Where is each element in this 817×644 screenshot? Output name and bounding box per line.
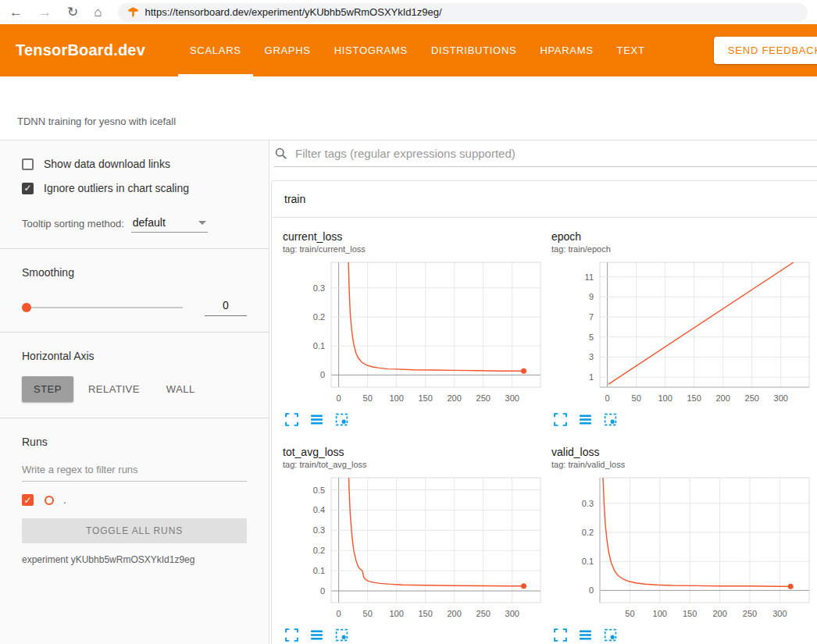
svg-text:200: 200 bbox=[716, 393, 730, 403]
tooltip-sorting-value: default bbox=[133, 216, 166, 229]
svg-text:250: 250 bbox=[745, 393, 759, 403]
chart-toolbar bbox=[283, 628, 545, 642]
svg-text:0.3: 0.3 bbox=[313, 525, 325, 535]
expand-chart-icon[interactable] bbox=[553, 628, 568, 642]
svg-text:0.1: 0.1 bbox=[582, 557, 594, 566]
address-bar[interactable]: https://tensorboard.dev/experiment/yKUbh… bbox=[118, 3, 808, 22]
chart-toolbar bbox=[551, 628, 814, 642]
svg-text:300: 300 bbox=[772, 609, 787, 618]
line-chart[interactable]: 0501001502002503001357911 bbox=[551, 259, 814, 407]
smoothing-slider[interactable] bbox=[22, 307, 183, 308]
expand-chart-icon[interactable] bbox=[284, 412, 299, 427]
charts-grid: current_loss tag: train/current_loss 050… bbox=[272, 218, 817, 642]
fit-domain-icon[interactable] bbox=[603, 412, 618, 427]
run-checkbox-checked-icon[interactable] bbox=[22, 494, 34, 506]
svg-text:150: 150 bbox=[418, 609, 432, 618]
toggle-all-runs-button[interactable]: TOGGLE ALL RUNS bbox=[22, 518, 247, 543]
run-row: . bbox=[22, 494, 247, 506]
fit-domain-icon[interactable] bbox=[334, 628, 349, 642]
svg-text:250: 250 bbox=[476, 609, 491, 618]
checkbox-unchecked-icon[interactable] bbox=[22, 158, 34, 170]
experiment-header: TDNN training for yesno with icefall bbox=[0, 76, 817, 141]
tab-text[interactable]: TEXT bbox=[605, 24, 657, 76]
svg-text:0.1: 0.1 bbox=[313, 341, 325, 350]
main-nav: SCALARS GRAPHS HISTOGRAMS DISTRIBUTIONS … bbox=[178, 24, 657, 76]
page: ← → ↻ ⌂ https://tensorboard.dev/experime… bbox=[0, 0, 817, 644]
browser-chrome: ← → ↻ ⌂ https://tensorboard.dev/experime… bbox=[0, 0, 817, 24]
run-color-circle-icon[interactable] bbox=[45, 496, 54, 505]
checkbox-checked-icon[interactable] bbox=[22, 183, 34, 194]
chart-tag: tag: train/epoch bbox=[551, 244, 814, 254]
chart-tag: tag: train/tot_avg_loss bbox=[283, 460, 545, 469]
train-section-header[interactable]: train bbox=[272, 181, 817, 218]
smoothing-value[interactable]: 0 bbox=[205, 299, 247, 316]
tab-distributions[interactable]: DISTRIBUTIONS bbox=[419, 24, 529, 76]
svg-text:1: 1 bbox=[589, 372, 594, 382]
tooltip-sorting-select[interactable]: default bbox=[131, 215, 208, 233]
fit-domain-icon[interactable] bbox=[603, 628, 618, 642]
ignore-outliers-label: Ignore outliers in chart scaling bbox=[44, 182, 189, 194]
svg-text:200: 200 bbox=[448, 393, 462, 403]
settings-sidebar: Show data download links Ignore outliers… bbox=[0, 141, 269, 644]
line-chart[interactable]: 5010015020025030000.10.20.3 bbox=[551, 475, 814, 623]
svg-text:250: 250 bbox=[743, 609, 757, 618]
chart-title: epoch bbox=[551, 230, 814, 243]
svg-text:200: 200 bbox=[712, 609, 726, 618]
chart-card-current-loss: current_loss tag: train/current_loss 050… bbox=[283, 230, 545, 427]
svg-text:50: 50 bbox=[363, 609, 373, 618]
back-icon[interactable]: ← bbox=[9, 5, 23, 19]
svg-text:150: 150 bbox=[418, 393, 432, 403]
chart-toolbar bbox=[283, 412, 545, 427]
line-chart[interactable]: 05010015020025030000.10.20.3 bbox=[283, 259, 545, 407]
runs-filter-input[interactable] bbox=[22, 464, 247, 479]
smoothing-label: Smoothing bbox=[22, 266, 247, 279]
runs-section: Runs . TOGGLE ALL RUNS experiment yKUbhb… bbox=[0, 418, 269, 581]
refresh-icon[interactable]: ↻ bbox=[67, 5, 78, 19]
run-name: . bbox=[63, 494, 66, 506]
expand-chart-icon[interactable] bbox=[284, 628, 299, 642]
content: Show data download links Ignore outliers… bbox=[0, 141, 817, 644]
svg-text:50: 50 bbox=[632, 393, 641, 403]
forward-icon[interactable]: → bbox=[38, 5, 52, 19]
runs-label: Runs bbox=[22, 436, 247, 448]
chart-toolbar bbox=[551, 412, 814, 427]
fit-domain-icon[interactable] bbox=[334, 412, 349, 427]
svg-text:100: 100 bbox=[389, 393, 403, 403]
svg-text:300: 300 bbox=[505, 609, 519, 618]
axis-relative-button[interactable]: RELATIVE bbox=[77, 376, 152, 402]
show-download-links-label: Show data download links bbox=[44, 158, 170, 170]
tab-histograms[interactable]: HISTOGRAMS bbox=[323, 24, 419, 76]
tab-hparams[interactable]: HPARAMS bbox=[528, 24, 605, 76]
axis-wall-button[interactable]: WALL bbox=[155, 376, 207, 402]
svg-text:0: 0 bbox=[337, 393, 341, 403]
data-table-icon[interactable] bbox=[578, 412, 593, 427]
ignore-outliers-row[interactable]: Ignore outliers in chart scaling bbox=[22, 182, 247, 194]
home-icon[interactable]: ⌂ bbox=[94, 5, 102, 19]
send-feedback-button[interactable]: SEND FEEDBACK bbox=[714, 37, 817, 64]
svg-text:300: 300 bbox=[774, 393, 788, 403]
chart-title: valid_loss bbox=[551, 446, 814, 458]
data-table-icon[interactable] bbox=[309, 412, 324, 427]
svg-text:0.3: 0.3 bbox=[313, 283, 325, 293]
line-chart[interactable]: 05010015020025030000.10.20.30.40.5 bbox=[283, 475, 545, 623]
tab-scalars[interactable]: SCALARS bbox=[178, 24, 253, 76]
svg-text:7: 7 bbox=[589, 312, 594, 322]
svg-text:100: 100 bbox=[658, 393, 672, 403]
show-download-links-row[interactable]: Show data download links bbox=[22, 158, 247, 170]
data-table-icon[interactable] bbox=[309, 628, 324, 642]
chevron-down-icon bbox=[198, 221, 206, 225]
smoothing-section: Smoothing 0 bbox=[0, 249, 269, 332]
data-table-icon[interactable] bbox=[578, 628, 593, 642]
svg-text:0: 0 bbox=[589, 585, 594, 595]
svg-text:0.1: 0.1 bbox=[313, 566, 325, 575]
svg-text:0.4: 0.4 bbox=[313, 505, 325, 514]
svg-text:0: 0 bbox=[320, 370, 325, 379]
tag-filter-input[interactable] bbox=[295, 147, 817, 160]
expand-chart-icon[interactable] bbox=[553, 412, 568, 427]
app-logo[interactable]: TensorBoard.dev bbox=[16, 41, 162, 59]
svg-text:0.3: 0.3 bbox=[582, 499, 594, 508]
tab-graphs[interactable]: GRAPHS bbox=[253, 24, 323, 76]
svg-text:0.2: 0.2 bbox=[313, 312, 325, 322]
svg-text:0: 0 bbox=[605, 393, 610, 403]
axis-step-button[interactable]: STEP bbox=[22, 376, 73, 402]
